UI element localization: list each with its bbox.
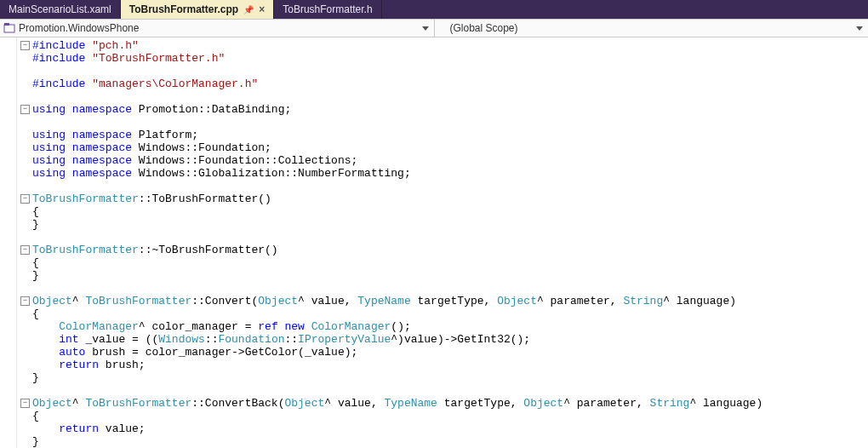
code-text: using namespace Windows::Foundation; <box>32 141 271 154</box>
code-line[interactable]: { <box>20 256 868 269</box>
code-text: { <box>32 410 39 422</box>
code-line[interactable]: return value; <box>20 422 868 435</box>
code-line[interactable] <box>20 384 868 397</box>
code-line[interactable]: using namespace Windows::Globalization::… <box>20 167 868 180</box>
code-line[interactable]: { <box>20 410 868 422</box>
code-line[interactable] <box>20 90 868 103</box>
fold-toggle[interactable]: − <box>20 194 30 204</box>
code-text: { <box>32 307 39 320</box>
code-line[interactable]: ColorManager^ color_manager = ref new Co… <box>20 320 868 333</box>
code-text: ColorManager^ color_manager = ref new Co… <box>32 320 411 333</box>
code-line[interactable]: using namespace Windows::Foundation::Col… <box>20 154 868 167</box>
tab-label: ToBrushFormatter.h <box>283 3 372 15</box>
code-text: ToBrushFormatter::~ToBrushFormatter() <box>32 244 278 256</box>
tab-tobrush-h[interactable]: ToBrushFormatter.h <box>274 0 381 19</box>
fold-toggle[interactable]: − <box>20 399 30 408</box>
code-text: using namespace Promotion::DataBinding; <box>32 103 291 116</box>
fold-toggle[interactable]: − <box>20 41 30 50</box>
code-text: Object^ ToBrushFormatter::Convert(Object… <box>32 295 736 307</box>
code-line[interactable]: −#include "pch.h" <box>20 39 868 52</box>
code-text: return brush; <box>32 359 146 371</box>
code-text: #include "pch.h" <box>32 39 139 52</box>
chevron-down-icon <box>856 26 863 31</box>
code-text: return value; <box>32 422 146 435</box>
project-selector[interactable]: Promotion.WindowsPhone <box>0 20 435 37</box>
code-line[interactable] <box>20 116 868 129</box>
fold-toggle[interactable]: − <box>20 245 30 255</box>
scope-selector[interactable]: (Global Scope) <box>435 20 869 37</box>
svg-rect-0 <box>4 25 14 32</box>
code-line[interactable]: } <box>20 218 868 231</box>
code-line[interactable]: using namespace Platform; <box>20 129 868 141</box>
code-text: auto brush = color_manager->GetColor(_va… <box>32 346 357 359</box>
fold-toggle[interactable]: − <box>20 105 30 114</box>
code-line[interactable]: } <box>20 435 868 448</box>
nav-bar: Promotion.WindowsPhone (Global Scope) <box>0 19 868 37</box>
code-line[interactable]: } <box>20 269 868 282</box>
tab-label: MainScenarioList.xaml <box>9 3 111 15</box>
svg-rect-1 <box>4 23 9 26</box>
code-line[interactable]: } <box>20 371 868 384</box>
code-line[interactable]: using namespace Windows::Foundation; <box>20 141 868 154</box>
code-line[interactable]: −ToBrushFormatter::ToBrushFormatter() <box>20 192 868 205</box>
project-name: Promotion.WindowsPhone <box>19 22 139 34</box>
code-line[interactable]: { <box>20 307 868 320</box>
code-line[interactable]: { <box>20 205 868 218</box>
code-text: } <box>32 435 39 448</box>
close-icon[interactable]: × <box>259 3 265 15</box>
chevron-down-icon <box>422 26 429 31</box>
code-line[interactable]: −Object^ ToBrushFormatter::Convert(Objec… <box>20 295 868 307</box>
code-line[interactable]: −Object^ ToBrushFormatter::ConvertBack(O… <box>20 397 868 410</box>
code-text: } <box>32 269 39 282</box>
code-text: using namespace Windows::Foundation::Col… <box>32 154 357 167</box>
code-area[interactable]: −#include "pch.h"#include "ToBrushFormat… <box>17 37 868 448</box>
editor: −#include "pch.h"#include "ToBrushFormat… <box>0 37 868 448</box>
tab-main-scenario[interactable]: MainScenarioList.xaml <box>0 0 121 19</box>
gutter <box>0 37 17 448</box>
code-text: } <box>32 218 39 231</box>
code-line[interactable]: return brush; <box>20 359 868 371</box>
code-line[interactable]: −ToBrushFormatter::~ToBrushFormatter() <box>20 244 868 256</box>
code-text: ToBrushFormatter::ToBrushFormatter() <box>32 192 271 205</box>
tab-bar: MainScenarioList.xaml ToBrushFormatter.c… <box>0 0 868 19</box>
code-text: #include "managers\ColorManager.h" <box>32 78 258 90</box>
pin-icon[interactable]: 📌 <box>243 5 254 14</box>
code-text: Object^ ToBrushFormatter::ConvertBack(Ob… <box>32 397 762 410</box>
code-text: using namespace Platform; <box>32 129 198 141</box>
code-line[interactable]: #include "managers\ColorManager.h" <box>20 78 868 90</box>
code-line[interactable]: int _value = ((Windows::Foundation::IPro… <box>20 333 868 346</box>
code-line[interactable] <box>20 282 868 295</box>
scope-name: (Global Scope) <box>450 22 518 34</box>
code-line[interactable]: auto brush = color_manager->GetColor(_va… <box>20 346 868 359</box>
code-line[interactable] <box>20 231 868 244</box>
tab-tobrush-cpp[interactable]: ToBrushFormatter.cpp 📌 × <box>121 0 274 19</box>
tab-label: ToBrushFormatter.cpp <box>129 3 238 15</box>
fold-toggle[interactable]: − <box>20 296 30 306</box>
code-text: } <box>32 371 39 384</box>
code-text: { <box>32 256 39 269</box>
code-line[interactable] <box>20 65 868 78</box>
code-text: { <box>32 205 39 218</box>
code-line[interactable]: −using namespace Promotion::DataBinding; <box>20 103 868 116</box>
code-line[interactable]: #include "ToBrushFormatter.h" <box>20 52 868 65</box>
code-text: #include "ToBrushFormatter.h" <box>32 52 225 65</box>
code-text: using namespace Windows::Globalization::… <box>32 167 411 180</box>
code-text: int _value = ((Windows::Foundation::IPro… <box>32 333 530 346</box>
code-line[interactable] <box>20 180 868 192</box>
project-icon <box>3 22 15 34</box>
